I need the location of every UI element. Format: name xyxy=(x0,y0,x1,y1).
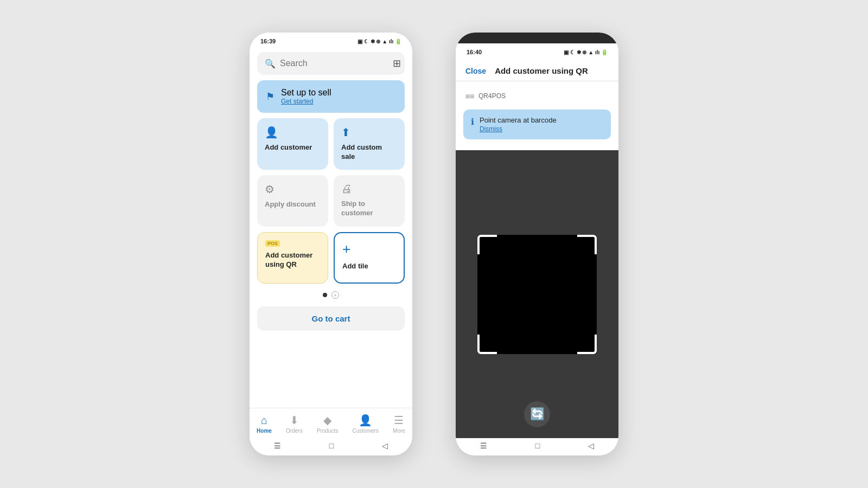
tile-ship-to-customer-label: Ship to customer xyxy=(341,200,397,218)
nav-products-label: Products xyxy=(317,428,338,434)
time-right: 16:40 xyxy=(467,49,482,55)
tile-add-customer[interactable]: 👤 Add customer xyxy=(257,118,328,170)
pagination: + xyxy=(257,289,405,301)
phone-left-content: 🔍 ⊞ ⚑ Set up to sell Get started 👤 Add c… xyxy=(250,48,412,408)
setup-title: Set up to sell xyxy=(281,88,331,98)
nav-customers[interactable]: 👤 Customers xyxy=(353,414,379,434)
tile-add-custom-sale[interactable]: ⬆ Add custom sale xyxy=(334,118,405,170)
tile-apply-discount[interactable]: ⚙ Apply discount xyxy=(257,175,328,227)
ship-icon: 🖨 xyxy=(341,183,397,195)
search-input[interactable] xyxy=(280,59,388,68)
tile-add-customer-qr-label: Add customer using QR xyxy=(265,251,320,269)
qr-header: Close Add customer using QR xyxy=(456,59,618,81)
bottom-gesture-bar-left: ☰ □ ◁ xyxy=(250,438,412,455)
status-bar-right: 16:40 ▣ ☾ ✱ ⊛ ▲ ılı 🔋 xyxy=(456,43,618,59)
pos-badge: POS xyxy=(265,240,280,247)
camera-viewfinder: 🔄 xyxy=(456,150,618,438)
qr4pos-row: ⊞⊞ QR4POS xyxy=(456,87,618,104)
right-phone: 16:40 ▣ ☾ ✱ ⊛ ▲ ılı 🔋 Close Add customer… xyxy=(456,33,618,455)
customers-icon: 👤 xyxy=(359,414,372,427)
qr-screen-title: Add customer using QR xyxy=(495,66,588,75)
search-icon: 🔍 xyxy=(265,59,276,69)
more-icon: ☰ xyxy=(394,414,404,427)
info-banner: ℹ Point camera at barcode Dismiss xyxy=(463,110,611,139)
tile-add-customer-label: Add customer xyxy=(265,143,321,152)
gesture-home: □ xyxy=(329,441,334,450)
time-left: 16:39 xyxy=(260,38,276,44)
tile-grid: 👤 Add customer ⬆ Add custom sale ⚙ Apply… xyxy=(257,118,405,284)
gesture-menu-right: ☰ xyxy=(480,441,487,450)
gesture-menu: ☰ xyxy=(274,441,281,450)
search-bar[interactable]: 🔍 ⊞ xyxy=(257,52,405,75)
orders-icon: ⬇ xyxy=(290,414,299,427)
gesture-back: ◁ xyxy=(382,441,388,450)
info-icon: ℹ xyxy=(471,117,474,127)
nav-orders-label: Orders xyxy=(286,428,303,434)
close-button[interactable]: Close xyxy=(465,67,486,75)
info-text: Point camera at barcode xyxy=(480,116,557,124)
nav-more[interactable]: ☰ More xyxy=(393,414,405,434)
get-started-link[interactable]: Get started xyxy=(281,98,331,105)
person-icon: 👤 xyxy=(265,126,321,139)
nav-orders[interactable]: ⬇ Orders xyxy=(286,414,303,434)
tile-apply-discount-label: Apply discount xyxy=(265,200,321,209)
flag-icon: ⚑ xyxy=(266,91,275,102)
barcode-icon[interactable]: ⊞ xyxy=(393,57,401,69)
tile-add-tile[interactable]: + Add tile xyxy=(334,232,405,284)
products-icon: ◆ xyxy=(323,414,331,427)
add-icon: + xyxy=(342,241,396,258)
corner-top-right xyxy=(577,235,597,254)
gesture-home-right: □ xyxy=(535,441,540,450)
camera-flip-button[interactable]: 🔄 xyxy=(524,401,550,427)
status-icons-right: ▣ ☾ ✱ ⊛ ▲ ılı 🔋 xyxy=(564,49,608,55)
tile-ship-to-customer[interactable]: 🖨 Ship to customer xyxy=(334,175,405,227)
status-bar-left: 16:39 ▣ ☾ ✱ ⊛ ▲ ılı 🔋 xyxy=(250,33,412,48)
upload-icon: ⬆ xyxy=(341,126,397,139)
gesture-back-right: ◁ xyxy=(588,441,594,450)
discount-icon: ⚙ xyxy=(265,183,321,196)
nav-home-label: Home xyxy=(257,428,272,434)
corner-bottom-right xyxy=(577,335,597,354)
nav-customers-label: Customers xyxy=(353,428,379,434)
nav-more-label: More xyxy=(393,428,405,434)
bottom-nav: ⌂ Home ⬇ Orders ◆ Products 👤 Customers ☰… xyxy=(250,408,412,438)
corner-top-left xyxy=(477,235,497,254)
nav-home[interactable]: ⌂ Home xyxy=(257,414,272,434)
phone-right-content: Close Add customer using QR ⊞⊞ QR4POS ℹ … xyxy=(456,59,618,438)
dot-add[interactable]: + xyxy=(331,291,339,299)
dot-active xyxy=(323,293,327,297)
setup-banner[interactable]: ⚑ Set up to sell Get started xyxy=(257,80,405,113)
qr4pos-label: QR4POS xyxy=(478,92,506,100)
camera-top-strip xyxy=(456,33,618,43)
tile-add-custom-sale-label: Add custom sale xyxy=(341,143,397,162)
qr4pos-icon: ⊞⊞ xyxy=(465,93,474,99)
nav-products[interactable]: ◆ Products xyxy=(317,414,338,434)
tile-add-customer-qr[interactable]: POS Add customer using QR xyxy=(257,232,328,284)
bottom-gesture-bar-right: ☰ □ ◁ xyxy=(456,438,618,455)
camera-flip-icon: 🔄 xyxy=(530,407,545,421)
dismiss-button[interactable]: Dismiss xyxy=(480,125,557,133)
status-icons-left: ▣ ☾ ✱ ⊛ ▲ ılı 🔋 xyxy=(358,38,401,44)
go-to-cart-button[interactable]: Go to cart xyxy=(257,306,405,331)
left-phone: 16:39 ▣ ☾ ✱ ⊛ ▲ ılı 🔋 🔍 ⊞ ⚑ Set up to se… xyxy=(250,33,412,455)
home-icon: ⌂ xyxy=(261,414,267,427)
tile-add-tile-label: Add tile xyxy=(342,262,396,271)
corner-bottom-left xyxy=(477,335,497,354)
